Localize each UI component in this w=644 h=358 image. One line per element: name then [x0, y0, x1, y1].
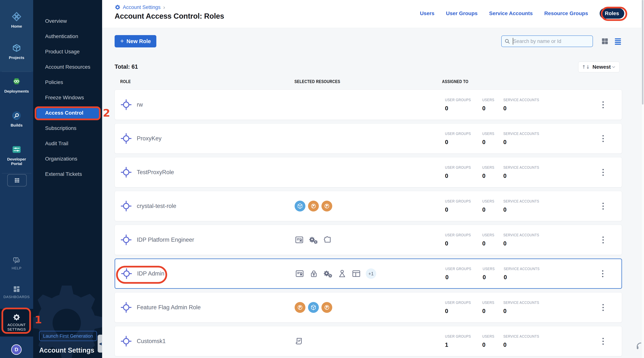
service-accounts-column: SERVICE ACCOUNTS0: [503, 98, 556, 112]
tab-users[interactable]: Users: [420, 11, 434, 17]
role-name: TestProxyRole: [137, 169, 174, 176]
breadcrumb[interactable]: Account Settings ›: [114, 4, 165, 11]
rail-item-deployments[interactable]: Deployments: [0, 76, 33, 94]
sidebar-item-access-control[interactable]: Access Control: [33, 105, 102, 121]
table-row[interactable]: ProxyKeyUSER GROUPS0USERS0SERVICE ACCOUN…: [114, 123, 622, 154]
kebab-dot: [602, 307, 604, 308]
sidebar-item-external-tickets[interactable]: External Tickets: [33, 166, 102, 182]
sidebar-item-account-resources[interactable]: Account Resources: [33, 59, 102, 75]
service-accounts-column: SERVICE ACCOUNTS0: [503, 233, 556, 247]
sidebar-item-label: Account Resources: [33, 64, 90, 70]
kebab-dot: [602, 203, 604, 204]
sidebar-item-organizations[interactable]: Organizations: [33, 151, 102, 166]
table-row[interactable]: IDP Platform EngineerUSER GROUPS0USERS0S…: [114, 225, 622, 255]
sidebar-item-subscriptions[interactable]: Subscriptions: [33, 121, 102, 136]
tab-roles[interactable]: Roles: [600, 8, 624, 19]
rail-item-builds[interactable]: Builds: [0, 110, 33, 127]
row-menu-button[interactable]: [600, 268, 605, 279]
rail-item-projects[interactable]: Projects: [0, 43, 33, 60]
sidebar-item-overview[interactable]: Overview: [33, 14, 102, 29]
flag-icon: [297, 304, 303, 311]
tab-resource-groups[interactable]: Resource Groups: [544, 11, 588, 17]
table-row[interactable]: TestProxyRoleUSER GROUPS0USERS0SERVICE A…: [114, 157, 622, 188]
sidebar-item-freeze-windows[interactable]: Freeze Windows: [33, 90, 102, 105]
assigned-count: 0: [445, 173, 482, 179]
table-row[interactable]: rwUSER GROUPS0USERS0SERVICE ACCOUNTS0: [114, 90, 622, 120]
kebab-dot: [602, 304, 604, 305]
settings-sidebar: OverviewAuthenticationProduct UsageAccou…: [33, 0, 102, 358]
search-input[interactable]: [501, 36, 593, 47]
user-groups-column: USER GROUPS0: [445, 233, 482, 247]
sort-dropdown[interactable]: ↑↓ Newest: [578, 62, 620, 72]
table-row[interactable]: IDP Admin+1USER GROUPS0USERS0SERVICE ACC…: [114, 259, 622, 289]
rail-item-label: Projects: [0, 55, 33, 60]
role-cell: TestProxyRole: [120, 166, 294, 178]
rail-item-home[interactable]: Home: [0, 11, 33, 29]
sidebar-item-policies[interactable]: Policies: [33, 75, 102, 90]
row-menu-button[interactable]: [600, 167, 606, 177]
row-menu-button[interactable]: [600, 235, 606, 245]
user-groups-column: USER GROUPS0: [445, 199, 482, 213]
assigned-label: USER GROUPS: [445, 98, 482, 102]
rail-item-developer-portal[interactable]: Developer Portal: [0, 144, 33, 166]
sort-arrows-icon: ↑↓: [582, 64, 590, 70]
help-label: HELP: [0, 266, 33, 270]
assigned-label: SERVICE ACCOUNTS: [504, 267, 556, 271]
assigned-to-cell: USER GROUPS0USERS0SERVICE ACCOUNTS0: [442, 267, 600, 281]
row-menu-button[interactable]: [600, 302, 606, 313]
user-groups-column: USER GROUPS0: [445, 165, 482, 179]
role-name: crystal-test-role: [137, 203, 176, 210]
assigned-label: USER GROUPS: [445, 131, 482, 136]
list-view-toggle-icon[interactable]: [614, 37, 622, 45]
row-menu-button[interactable]: [600, 133, 606, 144]
rail-item-dashboards[interactable]: DASHBOARDS: [0, 285, 33, 299]
selected-resources-cell: [294, 302, 442, 313]
sidebar-item-label: Overview: [33, 18, 67, 24]
main-content: Account Settings › Account Access Contro…: [102, 0, 644, 358]
table-row[interactable]: crystal-test-roleUSER GROUPS0USERS0SERVI…: [114, 191, 622, 221]
gear-watermark-icon: [33, 278, 102, 358]
selected-resources-cell: +1: [295, 268, 442, 279]
sidebar-collapse-handle[interactable]: ◀: [98, 335, 102, 352]
user-avatar[interactable]: D: [11, 344, 22, 355]
scrollbar-thumb[interactable]: [642, 0, 644, 105]
assigned-label: SERVICE ACCOUNTS: [503, 98, 556, 102]
dashboards-icon: [12, 285, 21, 293]
role-cell: IDP Platform Engineer: [120, 234, 294, 246]
sidebar-item-authentication[interactable]: Authentication: [33, 29, 102, 44]
kebab-dot: [602, 104, 604, 105]
table-row[interactable]: Feature Flag Admin RoleUSER GROUPS0USERS…: [114, 292, 622, 322]
devportal-module-icon: [11, 144, 22, 155]
kebab-dot: [602, 169, 604, 170]
role-name: rw: [137, 101, 143, 108]
assigned-count: 0: [503, 139, 556, 146]
assigned-label: USER GROUPS: [445, 165, 482, 170]
row-menu-button[interactable]: [600, 336, 606, 346]
breadcrumb-label[interactable]: Account Settings: [123, 5, 161, 10]
selected-resources-cell: [294, 201, 442, 212]
gears-icon: [309, 235, 318, 245]
service-accounts-column: SERVICE ACCOUNTS0: [503, 300, 556, 314]
kebab-dot: [602, 270, 604, 272]
kebab-dot: [602, 310, 604, 311]
row-menu-button[interactable]: [600, 201, 606, 211]
sidebar-item-product-usage[interactable]: Product Usage: [33, 44, 102, 59]
tab-user-groups[interactable]: User Groups: [446, 11, 478, 17]
launch-first-generation-button[interactable]: Launch First Generation: [39, 331, 97, 341]
flag-resource-badge: [322, 201, 332, 212]
rail-item-help[interactable]: HELP: [0, 256, 33, 270]
users-column: USERS0: [482, 334, 503, 348]
users-column: USERS0: [482, 131, 503, 146]
rail-item-account-settings[interactable]: ACCOUNT SETTINGS: [0, 309, 33, 336]
grid-view-toggle-icon[interactable]: [601, 37, 609, 45]
table-row[interactable]: Customsk1USER GROUPS1USERS0SERVICE ACCOU…: [114, 326, 622, 356]
lock-icon: [309, 269, 318, 278]
new-role-button[interactable]: + New Role: [114, 35, 156, 47]
sidebar-item-audit-trail[interactable]: Audit Trail: [33, 136, 102, 151]
module-grid-button[interactable]: [7, 174, 27, 187]
role-name: IDP Admin: [137, 270, 164, 277]
row-menu-button[interactable]: [600, 99, 606, 110]
column-selected-resources: SELECTED RESOURCES: [294, 79, 348, 84]
tab-service-accounts[interactable]: Service Accounts: [489, 11, 533, 17]
assigned-count: 0: [503, 207, 556, 213]
